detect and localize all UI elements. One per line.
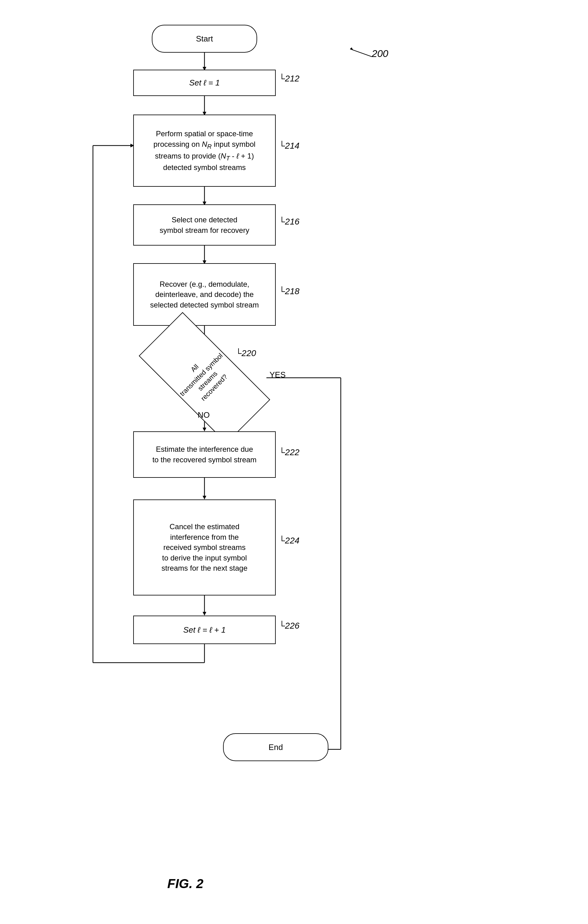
- estimate-label: Estimate the interference dueto the reco…: [146, 441, 263, 468]
- select-label: Select one detectedsymbol stream for rec…: [154, 211, 255, 238]
- ref-212: └212: [279, 74, 300, 84]
- cancel-label: Cancel the estimatedinterference from th…: [155, 518, 253, 577]
- ref-214: └214: [279, 141, 300, 151]
- ref-218: └218: [279, 286, 300, 296]
- start-label: Start: [190, 30, 219, 47]
- svg-marker-11: [203, 427, 206, 431]
- ref-226: └226: [279, 621, 300, 631]
- svg-line-25: [350, 49, 372, 57]
- yes-label: YES: [269, 370, 286, 380]
- end-node: End: [223, 733, 329, 761]
- perform-node: Perform spatial or space-timeprocessing …: [133, 115, 276, 187]
- set-l-next-node: Set ℓ = ℓ + 1: [133, 615, 276, 644]
- no-label: NO: [198, 410, 210, 420]
- diagram-container: Start Set ℓ = 1 └212 Perform spatial or …: [0, 0, 588, 924]
- recover-node: Recover (e.g., demodulate,deinterleave, …: [133, 263, 276, 326]
- perform-label: Perform spatial or space-timeprocessing …: [147, 125, 261, 176]
- ref-216: └216: [279, 217, 300, 227]
- select-node: Select one detectedsymbol stream for rec…: [133, 205, 276, 246]
- svg-marker-15: [203, 612, 206, 615]
- ref-220: └220: [235, 348, 256, 358]
- estimate-node: Estimate the interference dueto the reco…: [133, 431, 276, 478]
- ref-222: └222: [279, 447, 300, 457]
- cancel-node: Cancel the estimatedinterference from th…: [133, 500, 276, 596]
- connectors-svg: [0, 0, 588, 924]
- ref-200-arrow: [347, 46, 375, 58]
- start-node: Start: [152, 25, 257, 53]
- fig-label: FIG. 2: [167, 876, 203, 891]
- ref-224: └224: [279, 536, 300, 546]
- recover-label: Recover (e.g., demodulate,deinterleave, …: [144, 276, 265, 314]
- end-label: End: [263, 739, 289, 756]
- diamond-label: Alltransmitted symbol streamsrecovered?: [167, 341, 242, 415]
- set-l-next-label: Set ℓ = ℓ + 1: [177, 621, 232, 639]
- svg-marker-13: [203, 496, 206, 500]
- set-l-1-label: Set ℓ = 1: [183, 74, 226, 91]
- set-l-1-node: Set ℓ = 1: [133, 70, 276, 96]
